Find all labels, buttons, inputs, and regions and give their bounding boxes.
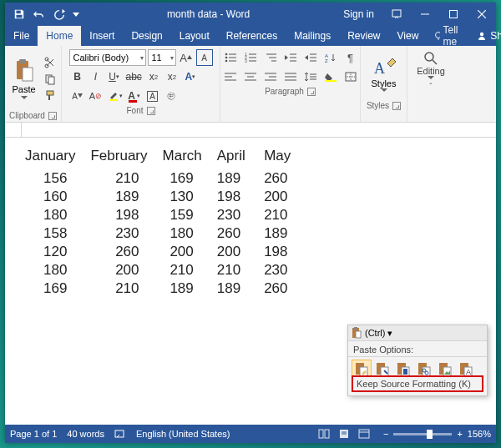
paste-button[interactable]: Paste bbox=[9, 54, 39, 104]
redo-button[interactable] bbox=[50, 5, 68, 23]
table-cell: 200 bbox=[158, 243, 212, 261]
table-row: 160189130198200 bbox=[20, 188, 306, 206]
font-color-button[interactable]: A▾ bbox=[126, 88, 143, 104]
clear-formatting-button[interactable]: A⊘ bbox=[88, 88, 104, 104]
table-cell: 120 bbox=[20, 243, 85, 261]
tab-home[interactable]: Home bbox=[38, 26, 81, 46]
read-mode-button[interactable] bbox=[315, 426, 333, 441]
share-button[interactable]: Share bbox=[468, 30, 501, 42]
character-border-button[interactable]: A bbox=[144, 88, 161, 104]
qat-customize-button[interactable] bbox=[70, 5, 82, 23]
minimize-button[interactable] bbox=[411, 3, 439, 26]
maximize-button[interactable] bbox=[439, 3, 468, 26]
show-marks-button[interactable]: ¶ bbox=[342, 49, 360, 66]
enclose-characters-button[interactable]: ㊥ bbox=[163, 88, 180, 104]
font-size-combo[interactable]: 11▾ bbox=[148, 49, 176, 66]
zoom-slider[interactable] bbox=[393, 433, 452, 435]
ribbon-options-button[interactable] bbox=[382, 3, 411, 26]
align-left-button[interactable] bbox=[221, 68, 240, 85]
copy-icon bbox=[44, 73, 56, 85]
tab-insert[interactable]: Insert bbox=[81, 26, 123, 46]
bold-button[interactable]: B bbox=[69, 68, 86, 85]
strikethrough-button[interactable]: abc bbox=[124, 68, 144, 85]
align-right-button[interactable] bbox=[261, 68, 280, 85]
data-table: JanuaryFebruaryMarchAprilMay 15621016918… bbox=[20, 146, 306, 298]
window-title: month data - Word bbox=[82, 8, 335, 20]
cut-button[interactable] bbox=[43, 55, 58, 70]
paste-options-handle-label: (Ctrl) ▾ bbox=[365, 328, 393, 339]
zoom-level[interactable]: 156% bbox=[468, 429, 491, 439]
ribbon-collapse-button[interactable]: ˆ bbox=[429, 83, 432, 92]
web-layout-button[interactable] bbox=[355, 426, 373, 441]
format-painter-button[interactable] bbox=[43, 88, 58, 103]
ribbon-tabs: File Home Insert Design Layout Reference… bbox=[5, 26, 496, 46]
paragraph-launcher[interactable] bbox=[307, 88, 316, 96]
tab-review[interactable]: Review bbox=[339, 26, 388, 46]
table-cell: 156 bbox=[20, 169, 85, 188]
table-cell: 260 bbox=[259, 279, 306, 298]
table-cell: 180 bbox=[20, 206, 85, 224]
svg-rect-17 bbox=[129, 100, 137, 103]
font-launcher[interactable] bbox=[147, 107, 155, 115]
grow-font-button[interactable]: A bbox=[178, 49, 195, 66]
copy-button[interactable] bbox=[43, 72, 58, 87]
text-effects-button[interactable]: A▾ bbox=[182, 68, 199, 85]
font-name-combo[interactable]: Calibri (Body)▾ bbox=[69, 49, 146, 66]
svg-rect-9 bbox=[19, 59, 26, 63]
increase-indent-button[interactable] bbox=[301, 49, 320, 66]
tab-selector[interactable] bbox=[5, 123, 22, 138]
highlight-button[interactable]: ▾ bbox=[106, 88, 124, 104]
document-area[interactable]: JanuaryFebruaryMarchAprilMay 15621016918… bbox=[5, 138, 496, 425]
print-layout-button[interactable] bbox=[335, 426, 353, 441]
styles-button[interactable]: A Styles bbox=[366, 51, 402, 98]
numbering-button[interactable]: 123 bbox=[241, 49, 260, 66]
styles-launcher[interactable] bbox=[392, 102, 401, 110]
tab-view[interactable]: View bbox=[389, 26, 428, 46]
quick-access-toolbar bbox=[5, 5, 82, 23]
status-page[interactable]: Page 1 of 1 bbox=[10, 429, 57, 439]
change-case-button[interactable]: A bbox=[196, 49, 213, 66]
status-words[interactable]: 40 words bbox=[67, 429, 104, 439]
superscript-button[interactable]: x2 bbox=[164, 68, 180, 85]
group-font: Calibri (Body)▾ 11▾ A A B I U▾ abc x2 x2… bbox=[62, 46, 220, 122]
line-spacing-button[interactable] bbox=[301, 68, 320, 85]
multilevel-list-button[interactable] bbox=[261, 49, 280, 66]
italic-button[interactable]: I bbox=[88, 68, 104, 85]
table-cell: 189 bbox=[85, 188, 157, 206]
save-button[interactable] bbox=[10, 5, 28, 23]
tab-layout[interactable]: Layout bbox=[171, 26, 218, 46]
svg-rect-15 bbox=[47, 91, 53, 95]
subscript-button[interactable]: x2 bbox=[145, 68, 162, 85]
undo-button[interactable] bbox=[30, 5, 48, 23]
underline-button[interactable]: U▾ bbox=[106, 68, 123, 85]
paste-options-handle[interactable]: (Ctrl) ▾ bbox=[348, 325, 487, 341]
borders-button[interactable] bbox=[342, 68, 360, 85]
zoom-in-button[interactable]: + bbox=[457, 429, 462, 439]
decrease-indent-button[interactable] bbox=[281, 49, 300, 66]
tab-file[interactable]: File bbox=[5, 26, 38, 46]
sign-in-link[interactable]: Sign in bbox=[335, 8, 382, 20]
clipboard-launcher[interactable] bbox=[48, 112, 57, 120]
multilevel-icon bbox=[265, 53, 276, 63]
close-button[interactable] bbox=[468, 3, 496, 26]
group-paragraph-label: Paragraph bbox=[265, 87, 304, 96]
justify-button[interactable] bbox=[281, 68, 300, 85]
sort-button[interactable]: AZ bbox=[321, 49, 340, 66]
tab-design[interactable]: Design bbox=[123, 26, 170, 46]
svg-rect-84 bbox=[325, 430, 329, 438]
tab-mailings[interactable]: Mailings bbox=[286, 26, 339, 46]
tell-me-label: Tell me bbox=[443, 24, 463, 48]
editing-button[interactable]: Editing bbox=[415, 51, 447, 79]
table-cell: 158 bbox=[20, 224, 85, 243]
shrink-font-button[interactable]: A bbox=[69, 88, 86, 104]
tab-references[interactable]: References bbox=[218, 26, 286, 46]
tell-me-search[interactable]: Tell me bbox=[427, 24, 468, 48]
proofing-icon[interactable] bbox=[114, 429, 126, 439]
svg-text:A: A bbox=[374, 60, 385, 77]
status-language[interactable]: English (United States) bbox=[136, 429, 230, 439]
ruler[interactable] bbox=[5, 123, 496, 138]
bullets-button[interactable] bbox=[221, 49, 240, 66]
align-center-button[interactable] bbox=[241, 68, 260, 85]
shading-button[interactable] bbox=[321, 68, 340, 85]
zoom-out-button[interactable]: − bbox=[383, 429, 388, 439]
